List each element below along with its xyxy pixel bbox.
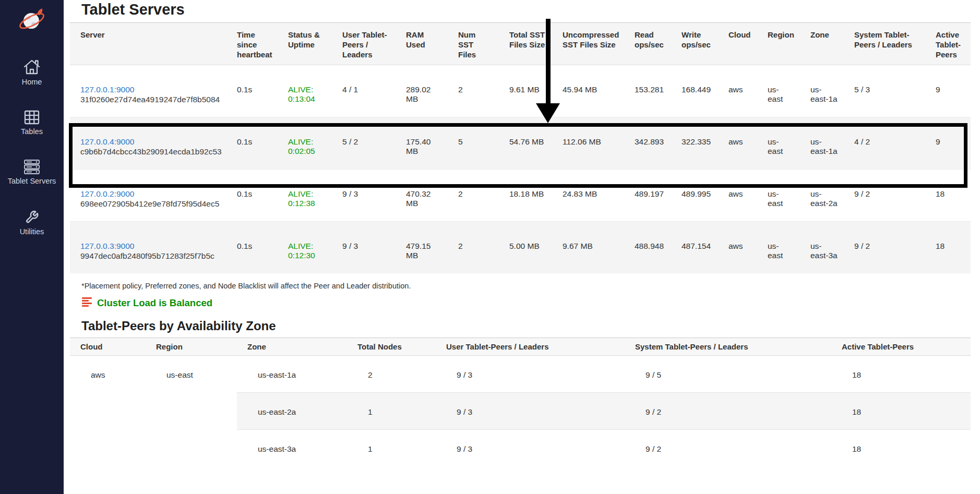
uncompressed-sst-cell: 9.67 MB	[552, 222, 624, 274]
total-nodes-cell: 1	[347, 393, 436, 430]
zone-cell: us-east-2a	[237, 393, 347, 430]
cloud-cell: aws	[718, 170, 757, 222]
section-title-zones: Tablet-Peers by Availability Zone	[81, 319, 980, 333]
ram-cell: 175.40 MB	[396, 117, 448, 170]
page-title: Tablet Servers	[81, 1, 980, 18]
read-ops-cell: 488.948	[624, 222, 671, 274]
user-peers-cell: 5 / 2	[332, 117, 396, 170]
system-peers-cell: 9 / 2	[625, 430, 831, 467]
status-badge: ALIVE:	[288, 189, 326, 199]
sidebar-item-label: Home	[22, 78, 42, 86]
zone-row: aws us-east us-east-1a 2 9 / 3 9 / 5 18	[70, 356, 971, 393]
region-cell: us-east	[757, 222, 800, 274]
total-sst-cell: 18.18 MB	[499, 170, 552, 222]
balance-status-text: Cluster Load is Balanced	[97, 297, 212, 309]
server-uuid: 9947dec0afb2480f95b71283f25f7b5c	[80, 251, 220, 261]
read-ops-cell: 342.893	[624, 117, 671, 170]
total-sst-cell: 54.76 MB	[499, 117, 552, 170]
col-ram: RAM Used	[396, 23, 448, 65]
status-badge: ALIVE:	[288, 137, 326, 147]
sidebar: Home Tables	[0, 0, 64, 494]
total-nodes-cell: 2	[347, 356, 436, 393]
cluster-balance-status: Cluster Load is Balanced	[81, 296, 980, 309]
region-cell: us-east	[757, 170, 800, 222]
region-cell: us-east	[757, 65, 800, 117]
active-peers-cell: 18	[925, 170, 971, 222]
status-badge: ALIVE:	[288, 85, 326, 94]
uncompressed-sst-cell: 112.06 MB	[552, 117, 624, 170]
server-stack-icon	[22, 159, 41, 175]
col-region: Region	[757, 23, 800, 65]
num-sst-cell: 2	[448, 222, 499, 274]
uptime-value: 0:12:38	[288, 199, 326, 208]
status-cell: ALIVE: 0:12:30	[278, 222, 332, 274]
heartbeat-cell: 0.1s	[226, 117, 278, 170]
col-heartbeat: Time since heartbeat	[226, 23, 278, 65]
sidebar-item-label: Utilities	[20, 227, 44, 236]
col-total-nodes: Total Nodes	[347, 338, 436, 356]
status-cell: ALIVE: 0:13:04	[278, 65, 332, 117]
sidebar-item-utilities[interactable]: Utilities	[20, 208, 44, 236]
ram-cell: 479.15 MB	[396, 222, 448, 274]
user-peers-cell: 9 / 3	[436, 393, 625, 430]
cloud-cell: aws	[718, 65, 757, 117]
col-active-peers: Active Tablet-Peers	[925, 23, 971, 65]
ram-cell: 470.32 MB	[396, 170, 448, 222]
zone-cell: us-east-2a	[800, 170, 844, 222]
server-link[interactable]: 127.0.0.2:9000	[80, 189, 134, 198]
user-peers-cell: 9 / 3	[332, 170, 396, 222]
zone-cell: us-east-3a	[800, 222, 844, 274]
num-sst-cell: 2	[448, 170, 499, 222]
heartbeat-cell: 0.1s	[226, 222, 278, 274]
active-peers-cell: 18	[831, 430, 971, 467]
col-cloud: Cloud	[70, 338, 146, 356]
tables-grid-icon	[22, 109, 41, 126]
zones-table: Cloud Region Zone Total Nodes User Table…	[70, 338, 971, 466]
tablet-servers-table: Server Time since heartbeat Status & Upt…	[70, 22, 971, 273]
heartbeat-cell: 0.1s	[226, 170, 278, 222]
status-badge: ALIVE:	[288, 242, 326, 251]
sidebar-item-label: Tablet Servers	[8, 177, 56, 185]
write-ops-cell: 168.449	[671, 65, 718, 117]
home-icon	[22, 58, 41, 76]
wrench-icon	[23, 208, 41, 226]
num-sst-cell: 5	[448, 117, 499, 170]
main-content: Tablet Servers Server Time since heartbe…	[64, 1, 980, 466]
read-ops-cell: 153.281	[624, 65, 671, 117]
server-uuid: 31f0260e27d74ea4919247de7f8b5084	[80, 95, 220, 104]
uptime-value: 0:12:30	[288, 251, 326, 260]
cloud-cell: aws	[718, 117, 757, 170]
yugabyte-logo-icon[interactable]	[18, 6, 46, 35]
col-system-peers: System Tablet-Peers / Leaders	[844, 23, 925, 65]
server-link[interactable]: 127.0.0.3:9000	[80, 242, 134, 250]
uptime-value: 0:02:05	[288, 147, 326, 156]
heartbeat-cell: 0.1s	[226, 65, 278, 117]
ram-cell: 289.02 MB	[396, 65, 448, 117]
zone-cell: us-east-3a	[237, 430, 347, 467]
zone-cell: us-east-1a	[237, 356, 347, 393]
sidebar-item-tablet-servers[interactable]: Tablet Servers	[8, 159, 56, 185]
sidebar-item-label: Tables	[21, 127, 43, 136]
user-peers-cell: 4 / 1	[332, 65, 396, 117]
table-row: 127.0.0.3:9000 9947dec0afb2480f95b71283f…	[70, 222, 971, 274]
system-peers-cell: 9 / 2	[844, 170, 925, 222]
col-uncompressed-sst: Uncompressed SST Files Size	[552, 23, 624, 65]
table-row: 127.0.0.2:9000 698ee072905b412e9e78fd75f…	[70, 170, 971, 222]
server-link[interactable]: 127.0.0.1:9000	[80, 85, 134, 94]
sidebar-item-tables[interactable]: Tables	[21, 109, 43, 136]
write-ops-cell: 489.995	[671, 170, 718, 222]
col-status: Status & Uptime	[278, 23, 332, 65]
user-peers-cell: 9 / 3	[436, 430, 625, 467]
uncompressed-sst-cell: 24.83 MB	[552, 170, 624, 222]
sidebar-item-home[interactable]: Home	[22, 58, 42, 86]
server-uuid: 698ee072905b412e9e78fd75f95d4ec5	[80, 199, 220, 209]
write-ops-cell: 487.154	[671, 222, 718, 274]
system-peers-cell: 5 / 3	[844, 65, 925, 117]
col-active-peers: Active Tablet-Peers	[831, 338, 971, 356]
zone-cell: us-east-1a	[800, 117, 844, 170]
uncompressed-sst-cell: 45.94 MB	[552, 65, 624, 117]
num-sst-cell: 2	[448, 65, 499, 117]
zone-cell: us-east-1a	[800, 65, 844, 117]
total-nodes-cell: 1	[347, 430, 436, 467]
server-link[interactable]: 127.0.0.4:9000	[80, 137, 134, 146]
